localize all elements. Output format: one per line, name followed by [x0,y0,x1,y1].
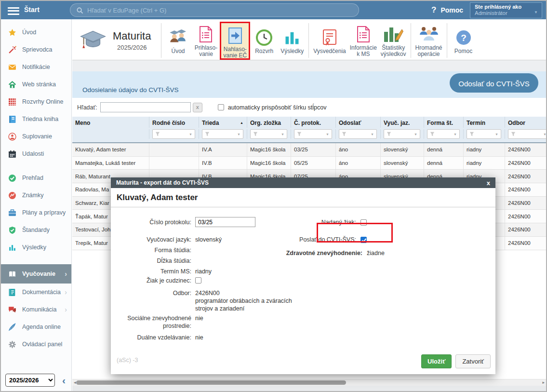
sidebar-item-rozvrhy-online[interactable]: Rozvrhy Online [1,93,71,110]
sidebar-menu: ÚvodSprievodcaNotifikácieWeb stránkaRozv… [1,19,71,353]
table-cell: Magic16 škola [247,157,291,170]
send-to-cvti-checkbox[interactable] [360,237,367,243]
modal-field-value: žiadne [367,249,385,257]
column-header-c-protok[interactable]: Č. protok. [291,117,336,128]
toolbar-item-informacie-k-ms[interactable]: Informácie k MS [348,22,379,59]
notebook-icon [8,115,16,123]
close-icon[interactable]: x [487,180,490,186]
filter-dropdown-termin[interactable]: ▼ [467,129,501,139]
sidebar-item-udalosti[interactable]: Udalosti [1,145,71,162]
autofit-checkbox[interactable] [218,104,224,110]
horizontal-scrollbar[interactable]: ◂ ▸ [72,379,546,386]
scrollbar-thumb[interactable] [76,380,346,385]
scroll-left-icon[interactable]: ◂ [74,380,76,385]
sidebar-item-vysledky[interactable]: Výsledky [1,239,71,256]
sidebar-item-ovladaci-panel[interactable]: Ovládací panel [1,336,71,353]
bottom-strip [72,386,546,391]
table-cell [149,143,199,156]
sidebar-item-label: Výsledky [22,244,46,251]
toolbar-item-prihlasovanie[interactable]: Prihlaso- vanie [192,22,220,59]
global-search[interactable] [70,3,359,17]
sidebar-item-triedna-kniha[interactable]: Triedna kniha [1,110,71,128]
sidebar-item-dokumentacia[interactable]: Dokumentácia› [1,284,71,301]
funnel-icon [430,132,435,136]
filter-dropdown-org-zlozka[interactable]: ▼ [250,129,287,139]
sidebar-item-label: Prehľad [22,175,43,181]
modal-titlebar[interactable]: Maturita - export dát do CVTI-ŠVS x [111,177,495,188]
column-header-meno[interactable]: Meno [72,117,149,128]
sidebar-item-vyucovanie[interactable]: Vyučovanie› [1,264,71,284]
foreign-student-checkbox[interactable] [195,277,201,284]
open-book-icon [8,270,16,278]
filter-dropdown-vyuc-jaz[interactable]: ▼ [384,129,420,139]
save-button[interactable]: Uložiť [421,354,452,368]
sidebar-item-agenda-online[interactable]: Agenda online [1,318,71,336]
table-row[interactable]: Mamatejka, Lukáš testerIV.BMagic16 škola… [72,157,546,170]
filter-dropdown-rodne-cislo[interactable]: ▼ [152,129,195,139]
document-icon [8,288,16,297]
stats-pencil-icon [381,24,406,43]
modal-field-label: Poslať do CVTI-ŠVS: [281,236,360,243]
column-header-forma-st[interactable]: Forma št. [424,117,464,128]
sidebar-item-komunikacia[interactable]: Komunikácia› [1,301,71,318]
table-search-input[interactable] [100,102,191,112]
sidebar-item-znamky[interactable]: Známky [1,187,71,204]
filter-dropdown-forma-st[interactable]: ▼ [427,129,460,139]
column-header-label: Forma št. [427,120,453,126]
sidebar-item-web-stranka[interactable]: Web stránka [1,76,71,93]
table-row[interactable]: Kluvatý, Adam testerIV.AMagic16 škola03/… [72,143,546,157]
scroll-right-icon[interactable]: ▸ [542,380,545,385]
school-year-select[interactable]: 2025/2026 [5,374,55,387]
sidebar-item-notifikacie[interactable]: Notifikácie [1,58,71,76]
autofit-option[interactable]: automaticky prispôsobiť šírku stĺpcov [218,104,327,111]
toolbar-item-hromadne-operacie[interactable]: Hromadné operácie [414,22,444,59]
filter-dropdown-c-protok[interactable]: ▼ [294,129,332,139]
column-header-termin[interactable]: Termín [464,117,505,128]
help-button[interactable]: ? Pomoc [431,5,463,15]
modal-field-row: Zdravotné znevýhodnenie:žiadne [281,249,483,257]
protocol-number-input[interactable] [195,217,255,227]
column-header-odoslat[interactable]: Odoslať [336,117,381,128]
filter-dropdown-odoslat[interactable]: ▼ [339,129,377,139]
gifted-student-checkbox[interactable] [360,219,367,226]
toolbar-item-label: Hromadné operácie [415,45,442,57]
clear-search-icon[interactable]: x [193,103,202,112]
toolbar-item-rozvrh[interactable]: Rozvrh [250,26,278,56]
filter-cell: ▼ [424,129,464,139]
toolbar-item-uvod[interactable]: Úvod [164,26,192,56]
toolbar-item-statistiky-vysledkov[interactable]: Štatistiky výsledkov [379,22,408,59]
sidebar-item-sprievodca[interactable]: Sprievodca [1,41,71,58]
column-header-trieda[interactable]: Trieda▲ [199,117,247,128]
search-input[interactable] [87,7,353,14]
table-cell: 2426N00 [505,223,546,236]
sidebar-item-suplovanie[interactable]: Suplovanie [1,128,71,145]
column-header-org-zlozka[interactable]: Org. zložka [247,117,291,128]
filter-cell: ▼ [247,129,291,139]
filter-dropdown-trieda[interactable]: ▼ [202,129,243,139]
sidebar-item-label: Vyučovanie [22,270,55,277]
modal-field-label: Zdravotné znevýhodnenie: [281,250,367,257]
hamburger-menu-icon[interactable] [8,5,19,16]
user-menu[interactable]: Ste prihlásený ako Administrátor ▼ [470,2,542,18]
close-button[interactable]: Zatvoriť [455,354,491,368]
collapse-sidebar-icon[interactable]: ‹ [62,376,66,385]
toolbar-item-vysvedcenia[interactable]: Vysvedčenia [311,26,348,56]
sidebar-item-standardy[interactable]: Štandardy [1,221,71,239]
chevron-down-icon: ▼ [371,133,374,136]
column-header-rodne-cislo[interactable]: Rodné číslo [149,117,199,128]
modal-body: Číslo protokolu:Vyučovací jazyk:slovensk… [111,207,495,355]
sidebar-item-label: Úvod [22,29,36,36]
filter-dropdown-odbor[interactable]: ▼ [508,129,546,139]
sidebar-item-uvod[interactable]: Úvod [1,24,71,41]
start-button[interactable]: Štart [24,6,40,14]
toolbar-item-nahlasovanie-ec[interactable]: Nahlaso- vanie EČ [220,22,250,60]
sidebar-item-plany-a-pripravy[interactable]: Plány a prípravy [1,204,71,221]
table-cell: riadny [464,143,505,156]
column-header-odbor[interactable]: Odbor [505,117,546,128]
send-to-cvti-button[interactable]: Odoslať do CVTI-ŠVS [450,73,538,93]
chevron-right-icon: › [65,270,67,278]
toolbar-item-pomoc[interactable]: ?Pomoc [450,26,478,56]
sidebar-item-prehlad[interactable]: Prehľad [1,169,71,187]
toolbar-item-vysledky[interactable]: Výsledky [278,26,306,56]
column-header-vyuc-jaz[interactable]: Vyuč. jaz. [381,117,424,128]
